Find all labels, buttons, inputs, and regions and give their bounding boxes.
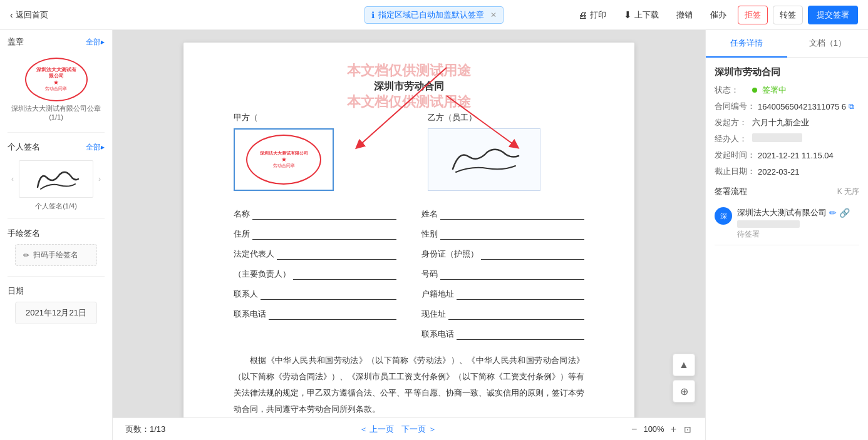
right-tabs: 任务详情 文档（1） <box>706 30 868 58</box>
submit-button[interactable]: 提交签署 <box>808 6 858 24</box>
company-seal-in-doc: 深圳法大大测试有限公司 ★ 劳动合同章 <box>246 135 321 185</box>
info-row-status: 状态： 签署中 <box>715 84 859 96</box>
back-text: 返回首页 <box>16 9 48 21</box>
company-seal-text: 深圳法大大测试有限公司 <box>260 150 308 156</box>
field-gender: 性别 <box>421 228 584 240</box>
reject-button[interactable]: 拒签 <box>738 6 768 24</box>
divider-3 <box>8 276 105 277</box>
sender-value: 六月十九新企业 <box>752 117 809 128</box>
info-row-contract-no: 合同编号： 164005650421311075 6 ⧉ <box>715 101 859 112</box>
sign-flow-name-row: 深圳法大大测试有限公司 ✏ 🔗 <box>737 207 859 218</box>
contract-no-label: 合同编号： <box>715 101 755 112</box>
field-phone-right: 联系电话 <box>421 329 584 340</box>
handwrite-header: 手绘签名 <box>8 228 105 239</box>
doc-parties: 甲方（ 深圳法大大测试有限公司 ★ 劳动合同章 乙方（员工） <box>234 112 584 196</box>
right-fields: 姓名 性别 身份证（护照） 号码 <box>421 208 584 349</box>
seal-all-button[interactable]: 全部▸ <box>86 37 105 48</box>
main-layout: 盖章 全部▸ 深圳法大大测试有限公司 ★ 劳动合同章 深圳法大大测试有限公司公章… <box>0 30 868 440</box>
signature-svg <box>28 165 85 193</box>
doc-title: 深圳市劳动合同 <box>234 80 584 93</box>
signature-image <box>19 160 93 198</box>
zoom-in-button[interactable]: + <box>669 424 678 435</box>
zoom-out-button[interactable]: − <box>630 424 638 435</box>
page-zoom: − 100% + ⊡ <box>630 424 693 435</box>
status-dot <box>752 88 757 93</box>
sign-flow-user-name <box>737 220 800 228</box>
seal-circle: 深圳法大大测试有限公司 ★ 劳动合同章 <box>25 58 88 101</box>
party-a: 甲方（ 深圳法大大测试有限公司 ★ 劳动合同章 <box>234 112 390 196</box>
party-a-title: 甲方（ <box>234 112 390 123</box>
company-seal-box: 深圳法大大测试有限公司 ★ 劳动合同章 <box>234 128 334 191</box>
zoom-level: 100% <box>643 424 664 434</box>
date-section: 日期 2021年12月21日 <box>0 279 112 332</box>
doc-watermark-2: 本文档仅供测试用途 <box>347 93 471 111</box>
page-nav: ＜ 上一页 下一页 ＞ <box>359 424 437 435</box>
deadline-label: 截止日期： <box>715 166 755 177</box>
download-icon: ⬇ <box>624 9 632 21</box>
field-id: 身份证（护照） <box>421 248 584 260</box>
contract-title: 深圳市劳动合同 <box>715 66 859 78</box>
scroll-up-button[interactable]: ▲ <box>673 354 695 376</box>
divider-1 <box>8 132 105 133</box>
tab-task-detail[interactable]: 任务详情 <box>706 30 787 58</box>
sign-flow-status: 待签署 <box>737 229 859 240</box>
sign-flow-edit-icon[interactable]: ✏ <box>829 208 837 218</box>
doc-fields-row: 名称 住所 法定代表人 （主要负责人） <box>234 208 584 349</box>
deadline-value: 2022-03-21 <box>758 166 800 177</box>
seal-label: 深圳法大大测试有限公司公章(1/1) <box>8 104 105 121</box>
copy-icon[interactable]: ⧉ <box>849 102 854 111</box>
left-sidebar: 盖章 全部▸ 深圳法大大测试有限公司 ★ 劳动合同章 深圳法大大测试有限公司公章… <box>0 30 113 440</box>
signature-carousel: ‹ › <box>8 158 105 200</box>
personal-sig-label: 个人签名(1/4) <box>8 200 105 212</box>
handwrite-section: 手绘签名 ✏ 扫码手绘签名 <box>0 222 112 274</box>
seal-star-icon: ★ <box>53 79 59 86</box>
print-button[interactable]: 🖨 打印 <box>572 6 612 24</box>
date-title: 日期 <box>8 285 24 297</box>
field-phone-left: 联系电话 <box>234 309 396 320</box>
contract-no-value: 164005650421311075 6 ⧉ <box>758 101 854 112</box>
employee-signature-svg <box>447 141 522 178</box>
sign-flow-link-icon[interactable]: 🔗 <box>839 208 850 218</box>
scroll-down-button[interactable]: ⊕ <box>673 380 695 402</box>
prev-page-button[interactable]: ＜ 上一页 <box>359 424 395 435</box>
company-seal-bottom: 劳动合同章 <box>273 163 295 169</box>
doc-float-buttons: ▲ ⊕ <box>673 354 695 402</box>
field-huji: 户籍地址 <box>421 289 584 300</box>
company-seal-star: ★ <box>281 156 287 163</box>
doc-content: 根据《中华人民共和国劳动法》（以下简称《劳动法》）、《中华人民共和国劳动合同法》… <box>234 352 584 417</box>
urge-button[interactable]: 催办 <box>704 6 733 24</box>
status-label: 状态： <box>715 84 750 96</box>
doc-scroll[interactable]: 本文档仅供测试用途 本文档仅供测试用途 深圳市劳动合同 <box>113 30 705 417</box>
carousel-prev[interactable]: ‹ <box>8 166 18 192</box>
print-icon: 🖨 <box>578 9 587 20</box>
doc-pagination: 页数：1/13 ＜ 上一页 下一页 ＞ − 100% + ⊡ <box>113 417 705 440</box>
seal-bottom-text: 劳动合同章 <box>45 86 67 92</box>
revoke-button[interactable]: 撤销 <box>670 6 699 24</box>
transfer-button[interactable]: 转签 <box>773 6 803 24</box>
field-id-no: 号码 <box>421 269 584 280</box>
toolbar: ‹ 返回首页 ℹ 指定区域已自动加盖默认签章 ✕ 🖨 打印 ⬇ 上下载 撤销 催… <box>0 0 868 30</box>
personal-sig-title: 个人签名 <box>8 141 40 153</box>
left-fields: 名称 住所 法定代表人 （主要负责人） <box>234 208 396 349</box>
next-page-button[interactable]: 下一页 ＞ <box>401 424 437 435</box>
sender-label: 发起方： <box>715 117 750 128</box>
personal-sig-all-button[interactable]: 全部▸ <box>86 142 105 153</box>
start-time-value: 2021-12-21 11.15.04 <box>758 150 834 161</box>
fullscreen-button[interactable]: ⊡ <box>683 424 693 434</box>
sign-flow-title-text: 签署流程 <box>715 186 747 197</box>
toolbar-right: 🖨 打印 ⬇ 上下载 撤销 催办 拒签 转签 提交签署 <box>572 6 858 24</box>
tab-document[interactable]: 文档（1） <box>787 30 869 58</box>
party-b-title: 乙方（员工） <box>428 112 584 123</box>
notification-close-icon[interactable]: ✕ <box>490 11 497 19</box>
field-name: 名称 <box>234 208 396 220</box>
start-time-label: 发起时间： <box>715 150 755 161</box>
seal-item: 深圳法大大测试有限公司 ★ 劳动合同章 深圳法大大测试有限公司公章(1/1) <box>8 53 105 126</box>
doc-paragraph: 根据《中华人民共和国劳动法》（以下简称《劳动法》）、《中华人民共和国劳动合同法》… <box>234 352 584 417</box>
info-row-deadline: 截止日期： 2022-03-21 <box>715 166 859 177</box>
carousel-next[interactable]: › <box>95 166 105 192</box>
sign-flow-info: 深圳法大大测试有限公司 ✏ 🔗 待签署 <box>737 207 859 240</box>
back-button[interactable]: ‹ 返回首页 <box>10 9 48 21</box>
handwrite-button[interactable]: ✏ 扫码手绘签名 <box>15 244 97 266</box>
download-button[interactable]: ⬇ 上下载 <box>617 6 665 24</box>
sign-flow-item: 深 深圳法大大测试有限公司 ✏ 🔗 待签署 <box>715 202 859 245</box>
